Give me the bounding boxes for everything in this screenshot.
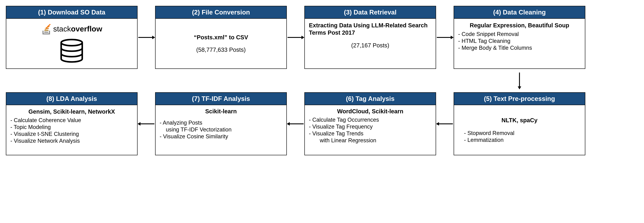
row-1: (1) Download SO Data st	[6, 6, 638, 69]
step-8-bullet-1: - Calculate Coherence Value	[10, 117, 81, 123]
stackoverflow-overflow-text: overflow	[71, 24, 102, 33]
stackoverflow-icon	[41, 23, 51, 35]
step-5-box: (5) Text Pre-processing NLTK, spaCy - St…	[454, 92, 585, 155]
step-4-bullet-2: - HTML Tag Cleaning	[458, 38, 532, 44]
step-6-box: (6) Tag Analysis WordCloud, Scikit-learn…	[304, 92, 436, 155]
step-8-bullet-3: - Visualize t-SNE Clustering	[10, 131, 81, 137]
step-8-box: (8) LDA Analysis Gensim, Scikit-learn, N…	[6, 92, 138, 155]
step-3-body: Extracting Data Using LLM-Related Search…	[305, 19, 436, 68]
svg-marker-13	[518, 86, 521, 89]
svg-marker-7	[152, 36, 155, 39]
arrow-4-5	[515, 72, 524, 89]
step-6-heading: WordCloud, Scikit-learn	[337, 108, 404, 115]
step-5-bullet-1: - Stopword Removal	[464, 130, 514, 136]
step-7-heading: Scikit-learn	[205, 108, 237, 115]
step-3-box: (3) Data Retrieval Extracting Data Using…	[304, 6, 436, 69]
step-6-title: (6) Tag Analysis	[305, 93, 436, 105]
step-4-box: (4) Data Cleaning Regular Expression, Be…	[454, 6, 585, 69]
step-7-bullet-1: - Analyzing Posts	[160, 120, 232, 126]
svg-marker-15	[138, 122, 140, 126]
stackoverflow-logo: stackoverflow	[41, 23, 102, 35]
step-3-heading: Extracting Data Using LLM-Related Search…	[309, 22, 432, 36]
svg-marker-19	[436, 122, 439, 126]
database-icon	[58, 38, 85, 64]
arrow-5-6	[436, 119, 454, 128]
svg-marker-17	[287, 122, 290, 126]
step-5-bullet-2: - Lemmatization	[464, 137, 514, 143]
step-4-bullet-3: - Merge Body & Title Columns	[458, 45, 532, 51]
step-8-bullet-4: - Visualize Network Analysis	[10, 138, 81, 144]
svg-rect-1	[44, 30, 48, 31]
step-8-heading: Gensim, Scikit-learn, NetworkX	[28, 108, 115, 115]
step-4-body: Regular Expression, Beautiful Soup - Cod…	[454, 19, 585, 68]
step-8-body: Gensim, Scikit-learn, NetworkX - Calcula…	[6, 105, 137, 155]
row-2: (8) LDA Analysis Gensim, Scikit-learn, N…	[6, 92, 638, 155]
step-8-bullet-2: - Topic Modeling	[10, 124, 81, 130]
step-5-body: NLTK, spaCy - Stopword Removal - Lemmati…	[454, 105, 585, 155]
step-1-body: stackoverflow	[6, 19, 137, 68]
step-8-title: (8) LDA Analysis	[6, 93, 137, 105]
step-4-bullet-1: - Code Snippet Removal	[458, 31, 532, 37]
svg-point-5	[61, 39, 82, 46]
arrow-7-8	[138, 119, 155, 128]
step-6-bullet-4: with Linear Regression	[309, 137, 379, 144]
step-1-title: (1) Download SO Data	[6, 6, 137, 19]
step-7-box: (7) TF-IDF Analysis Scikit-learn - Analy…	[155, 92, 287, 155]
arrow-2-3	[287, 33, 304, 42]
step-4-heading: Regular Expression, Beautiful Soup	[470, 22, 569, 29]
step-4-title: (4) Data Cleaning	[454, 6, 585, 19]
svg-marker-9	[302, 36, 304, 39]
pipeline-diagram: (1) Download SO Data st	[6, 6, 638, 155]
step-3-title: (3) Data Retrieval	[305, 6, 436, 19]
step-7-title: (7) TF-IDF Analysis	[156, 93, 286, 105]
step-5-heading: NLTK, spaCy	[502, 117, 538, 124]
svg-rect-0	[44, 31, 48, 33]
arrow-3-4	[436, 33, 454, 42]
svg-marker-11	[451, 36, 454, 39]
step-6-bullet-1: - Calculate Tag Occurrences	[309, 117, 379, 123]
stackoverflow-stack-text: stack	[53, 24, 71, 33]
step-7-bullet-2: using TF-IDF Vectorization	[160, 127, 232, 133]
arrow-6-7	[287, 119, 304, 128]
step-6-body: WordCloud, Scikit-learn - Calculate Tag …	[305, 105, 436, 155]
step-6-bullet-2: - Visualize Tag Frequency	[309, 124, 379, 130]
step-2-body: “Posts.xml” to CSV (58,777,633 Posts)	[156, 19, 286, 68]
step-7-bullet-3: - Visualize Cosine Similarity	[160, 133, 232, 140]
step-5-title: (5) Text Pre-processing	[454, 93, 585, 105]
step-2-heading: “Posts.xml” to CSV	[194, 34, 248, 41]
step-7-body: Scikit-learn - Analyzing Posts using TF-…	[156, 105, 286, 155]
step-3-subtext: (27,167 Posts)	[351, 42, 389, 49]
step-6-bullet-3: - Visualize Tag Trends	[309, 130, 379, 137]
step-1-box: (1) Download SO Data st	[6, 6, 138, 69]
step-2-title: (2) File Conversion	[156, 6, 286, 19]
arrow-1-2	[138, 33, 155, 42]
step-2-box: (2) File Conversion “Posts.xml” to CSV (…	[155, 6, 287, 69]
step-2-subtext: (58,777,633 Posts)	[196, 46, 246, 53]
